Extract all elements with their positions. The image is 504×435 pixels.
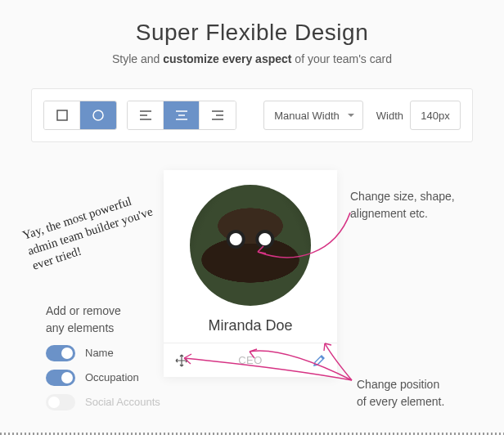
team-card: Miranda Doe CEO [164,170,337,377]
toggle-occupation-label: Occupation [85,370,139,386]
card-role-row: CEO [164,343,337,377]
toggle-social[interactable] [46,394,75,410]
handwriting-annotation: Yay, the most powerful admin team builde… [20,186,168,274]
annot-el-2: any elements [46,320,160,337]
svg-rect-0 [57,110,67,120]
sub-post: of your team's card [291,52,392,65]
page-title: Super Flexible Design [0,20,504,46]
annotation-elements: Add or remove any elements Name Occupati… [46,303,160,410]
edit-button[interactable] [301,354,337,367]
align-left-button[interactable] [128,101,164,129]
toggle-occupation-row: Occupation [46,370,160,386]
annot-pos-1: Change position [357,376,444,393]
toggle-occupation[interactable] [46,370,75,386]
shape-group [43,101,117,130]
card-name: Miranda Doe [164,317,337,334]
align-group [127,101,236,130]
annotation-shape: Change size, shape, alignement etc. [350,188,481,222]
style-toolbar: Manual Width Width [31,88,473,142]
sub-pre: Style and [112,52,163,65]
toggle-social-label: Social Accounts [85,394,160,410]
annot-el-1: Add or remove [46,303,160,320]
avatar[interactable] [190,185,311,306]
annotation-position: Change position of every element. [357,376,444,410]
toggle-name[interactable] [46,345,75,361]
page-subtitle: Style and customize every aspect of your… [0,52,504,65]
width-label: Width [376,110,403,122]
sub-bold: customize every aspect [163,52,291,65]
card-role: CEO [200,354,301,366]
move-icon [175,354,188,367]
shape-circle-button[interactable] [80,101,116,129]
toggle-name-row: Name [46,345,160,361]
annot-pos-2: of every element. [357,393,444,410]
toggle-social-row: Social Accounts [46,394,160,410]
svg-point-1 [93,110,103,120]
toggle-name-label: Name [85,345,114,361]
align-right-button[interactable] [200,101,236,129]
width-input[interactable] [410,101,461,130]
pencil-icon [313,354,326,367]
width-mode-dropdown[interactable]: Manual Width [263,101,362,130]
align-center-button[interactable] [164,101,200,129]
move-handle[interactable] [164,354,200,367]
shape-square-button[interactable] [44,101,80,129]
